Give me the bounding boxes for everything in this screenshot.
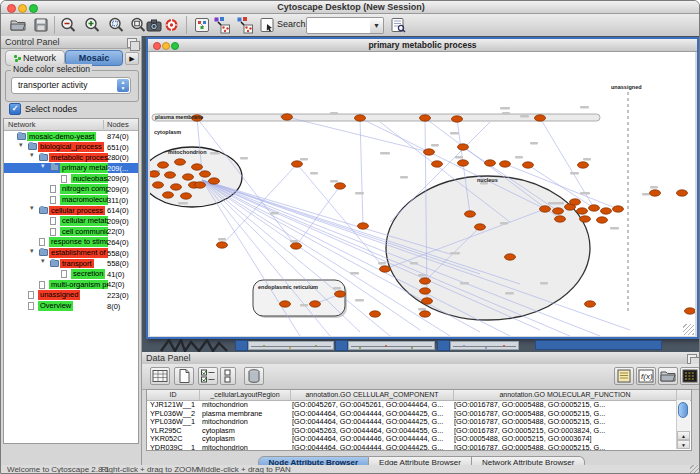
network-window-titlebar[interactable]: primary metabolic process (148, 39, 697, 52)
float-panel-icon[interactable] (127, 38, 137, 48)
scroll-up-button[interactable]: ▲ (677, 431, 690, 440)
annotation-button[interactable] (258, 16, 276, 34)
tree-row[interactable]: cellular metabo209(0) (4, 216, 138, 227)
graph-node[interactable] (163, 192, 174, 198)
graph-node[interactable] (465, 211, 476, 217)
graph-node[interactable] (192, 164, 203, 170)
graph-node[interactable] (335, 183, 346, 189)
graph-node[interactable] (475, 224, 486, 230)
graph-node[interactable] (578, 162, 589, 168)
table-row[interactable]: YJR121W__1mitochondrion[GO:0045267, GO:0… (147, 401, 691, 410)
float-panel-icon[interactable] (687, 354, 697, 364)
graph-node[interactable] (685, 308, 696, 314)
graph-node[interactable] (523, 162, 534, 168)
attribute-select-button[interactable] (150, 367, 170, 385)
graph-node[interactable] (677, 190, 688, 196)
background-window-fragment[interactable] (335, 340, 348, 351)
plasma-membrane-region[interactable] (152, 114, 600, 121)
graph-node[interactable] (500, 161, 511, 167)
graph-node[interactable] (420, 115, 431, 121)
frame-resize-grip[interactable] (683, 324, 694, 335)
scrollbar-thumb[interactable] (678, 402, 688, 418)
background-window-fragment[interactable] (248, 341, 334, 350)
graph-node[interactable] (183, 174, 194, 180)
tree-row[interactable]: unassigned223(0) (4, 290, 138, 301)
tree-row[interactable]: ▾biological_process651(0) (4, 142, 138, 153)
select-nodes-checkbox[interactable]: ✓ (9, 103, 21, 115)
scroll-down-button[interactable]: ▼ (677, 440, 690, 449)
tree-row[interactable]: ▾transport558(0) (4, 258, 138, 269)
table-row[interactable]: YPL036W__2plasma membrane[GO:0044464, GO… (147, 410, 691, 419)
graph-node[interactable] (485, 160, 496, 166)
graph-node[interactable] (358, 223, 369, 229)
graph-node[interactable] (458, 160, 469, 166)
table-scrollbar[interactable]: ▲ ▼ (676, 400, 690, 449)
nucleus-region[interactable] (386, 176, 590, 320)
tree-row[interactable]: Overview8(0) (4, 301, 138, 312)
table-row[interactable]: YDR039C__1mitochondrion[GO:0044464, GO:0… (147, 444, 691, 452)
network-canvas[interactable]: plasma membranecytoplasmmitochondrionnuc… (150, 52, 695, 336)
tree-row[interactable]: multi-organism pro42(0) (4, 279, 138, 290)
graph-node[interactable] (458, 144, 469, 150)
graph-node[interactable] (291, 243, 302, 249)
tree-row[interactable]: ▾metabolic process280(0) (4, 152, 138, 163)
graph-node[interactable] (420, 311, 431, 317)
graph-node[interactable] (282, 114, 293, 120)
graph-node[interactable] (355, 115, 366, 121)
graph-node[interactable] (424, 149, 435, 155)
graph-node[interactable] (570, 199, 581, 205)
unselect-attributes-button[interactable] (220, 367, 236, 385)
apply-mosaic-2-button[interactable] (236, 16, 254, 34)
graph-node[interactable] (601, 208, 612, 214)
graph-node[interactable] (200, 171, 211, 177)
graph-node[interactable] (420, 288, 431, 294)
graph-node[interactable] (613, 206, 624, 212)
graph-node[interactable] (171, 184, 182, 190)
app-resize-grip[interactable] (690, 465, 700, 474)
graph-node[interactable] (577, 208, 588, 214)
graph-node[interactable] (292, 161, 303, 167)
tree-row[interactable]: cell communicat22(0) (4, 226, 138, 237)
tree-row[interactable]: macromolecule311(0) (4, 195, 138, 206)
tree-row[interactable]: secretion41(0) (4, 269, 138, 280)
graph-node[interactable] (181, 193, 192, 199)
tree-header[interactable]: Network Nodes (4, 119, 138, 131)
graph-node[interactable] (420, 278, 431, 284)
graph-node[interactable] (432, 161, 443, 167)
new-attribute-button[interactable] (174, 367, 194, 385)
minimize-frame-button[interactable] (162, 42, 170, 50)
tree-row[interactable]: mosaic-demo-yeast874(0) (4, 131, 138, 142)
graph-node[interactable] (370, 311, 381, 317)
network-window[interactable]: primary metabolic process plasma membran… (146, 37, 699, 339)
graph-node[interactable] (153, 182, 164, 188)
attribute-matrix-button[interactable] (680, 367, 700, 385)
background-window-fragment[interactable] (348, 341, 435, 350)
tree-expand-icon[interactable]: ▾ (19, 142, 23, 149)
tree-expand-icon[interactable]: ▾ (41, 163, 45, 170)
tree-row[interactable]: response to stimulu264(0) (4, 237, 138, 248)
save-session-button[interactable] (32, 16, 50, 34)
close-window-button[interactable] (7, 4, 16, 13)
search-options-button[interactable] (389, 16, 407, 34)
table-column-header[interactable]: ID (147, 390, 200, 400)
import-attributes-button[interactable] (658, 367, 678, 385)
tree-row[interactable]: ▾cellular process614(0) (4, 205, 138, 216)
delete-attribute-button[interactable] (244, 367, 264, 385)
tree-expand-icon[interactable]: ▾ (30, 248, 34, 255)
graph-node[interactable] (280, 301, 291, 307)
graph-node[interactable] (380, 266, 391, 272)
background-window-fragment[interactable] (235, 340, 248, 351)
tree-row[interactable]: ▾establishment of lo558(0) (4, 248, 138, 259)
tree-row[interactable]: nucleobase-209(0) (4, 173, 138, 184)
zoom-selected-button[interactable] (107, 16, 125, 34)
zoom-in-button[interactable] (83, 16, 101, 34)
graph-node[interactable] (310, 301, 321, 307)
graph-node[interactable] (217, 242, 228, 248)
graph-node[interactable] (150, 171, 160, 177)
tree-row[interactable]: nitrogen compo209(0) (4, 184, 138, 195)
graph-node[interactable] (165, 172, 176, 178)
graph-node[interactable] (158, 162, 169, 168)
tree-expand-icon[interactable]: ▾ (30, 205, 34, 212)
table-row[interactable]: YKR052Ccytoplasm[GO:0044464, GO:0044446,… (147, 435, 691, 444)
background-window-fragment[interactable] (535, 340, 662, 350)
